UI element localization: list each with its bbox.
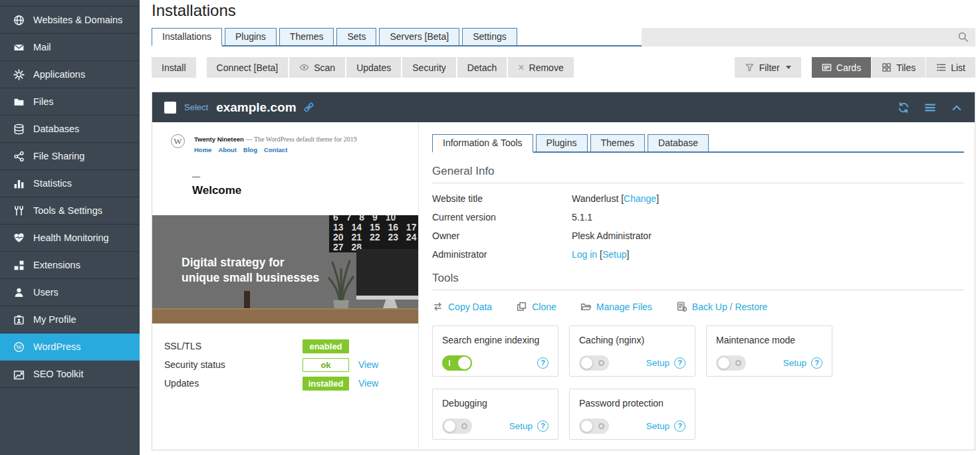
sidebar-item-health-monitoring[interactable]: Health Monitoring (0, 225, 140, 252)
sidebar-item-applications[interactable]: Applications (0, 61, 140, 88)
view-link[interactable]: View (358, 359, 378, 370)
view-list-button[interactable]: List (926, 57, 975, 78)
sidebar-item-files[interactable]: Files (0, 88, 140, 116)
bar-chart-icon (13, 178, 25, 189)
globe-icon (13, 15, 25, 26)
connect-beta-button[interactable]: Connect [Beta] (207, 57, 289, 78)
search-input[interactable] (642, 28, 975, 46)
tab-servers-beta[interactable]: Servers [Beta] (379, 28, 459, 45)
remove-button[interactable]: ×Remove (508, 57, 573, 78)
page-title: Installations (152, 0, 975, 28)
caching-setup-link[interactable]: Setup (646, 358, 670, 368)
maintenance-setup-link[interactable]: Setup (783, 358, 806, 368)
refresh-icon[interactable] (898, 102, 910, 114)
folder-icon (13, 96, 25, 108)
tiles-view-icon (882, 62, 892, 72)
password-protection-toggle[interactable] (579, 418, 609, 434)
filter-label: Filter (759, 62, 780, 73)
scan-button[interactable]: Scan (289, 57, 345, 78)
status-row-ssl: SSL/TLS enabled (164, 337, 406, 355)
setup-link[interactable]: Setup (602, 249, 627, 260)
tab-themes[interactable]: Themes (279, 28, 334, 45)
search-engine-indexing-toggle[interactable] (442, 355, 472, 371)
sidebar-item-tools-settings[interactable]: Tools & Settings (0, 197, 140, 225)
share-icon (13, 151, 25, 162)
sidebar-item-websites-domains[interactable]: Websites & Domains (0, 7, 140, 34)
select-label[interactable]: Select (184, 102, 208, 112)
install-button[interactable]: Install (152, 57, 196, 78)
help-icon[interactable]: ? (674, 420, 685, 432)
info-value: Plesk Administrator (572, 230, 652, 241)
open-site-link[interactable] (303, 102, 314, 113)
view-link[interactable]: View (358, 378, 378, 389)
tab-plugins[interactable]: Plugins (225, 28, 277, 45)
sidebar-item-extensions[interactable]: Extensions (0, 252, 140, 279)
sidebar-item-file-sharing[interactable]: File Sharing (0, 143, 140, 170)
sidebar-item-wordpress[interactable]: WordPress (0, 333, 140, 361)
sidebar-item-users[interactable]: Users (0, 279, 140, 306)
menu-icon[interactable] (924, 102, 936, 114)
sidebar-item-label: Websites & Domains (33, 15, 122, 25)
feature-title: Maintenance mode (716, 335, 822, 345)
updates-button[interactable]: Updates (346, 57, 401, 78)
tiles-label: Tiles (896, 62, 916, 73)
clone-link[interactable]: Clone (516, 301, 556, 312)
tab-settings[interactable]: Settings (462, 28, 517, 45)
tab-information-tools[interactable]: Information & Tools (432, 134, 533, 153)
tab-card-database[interactable]: Database (648, 134, 709, 151)
collapse-icon[interactable] (951, 102, 963, 114)
search-icon[interactable] (957, 31, 969, 43)
info-row-website-title: Website title Wanderlust [Change] (432, 193, 964, 204)
sidebar-item-label: Statistics (33, 178, 72, 189)
tab-card-themes[interactable]: Themes (590, 134, 646, 151)
password-setup-link[interactable]: Setup (646, 421, 670, 431)
site-screenshot-header[interactable]: W Twenty Nineteen — The WordPress defaul… (152, 122, 418, 215)
copy-data-link[interactable]: Copy Data (432, 301, 492, 312)
sidebar-item-label: Databases (33, 124, 79, 134)
help-icon[interactable]: ? (674, 357, 685, 369)
status-row-security: Security status ok View (164, 355, 406, 374)
gear-icon (13, 69, 25, 80)
site-hero-image: 6 7 8 9 10 13 14 15 16 17 20 21 22 23 24… (152, 215, 418, 323)
preview-nav-about: About (218, 146, 236, 153)
sidebar-item-seo-toolkit[interactable]: SEO Toolkit (0, 361, 140, 388)
manage-files-link[interactable]: Manage Files (580, 301, 652, 312)
caching-toggle[interactable] (579, 355, 609, 371)
seo-chart-icon (13, 369, 25, 380)
detach-button[interactable]: Detach (457, 57, 507, 78)
sidebar-item-my-profile[interactable]: My Profile (0, 306, 140, 333)
help-icon[interactable]: ? (537, 357, 549, 369)
sidebar-item-label: Users (33, 287, 59, 298)
filter-button[interactable]: Filter (735, 57, 801, 78)
help-icon[interactable]: ? (811, 357, 822, 369)
feature-cards: Search engine indexing ? Caching (nginx)… (432, 325, 964, 452)
debugging-toggle[interactable] (442, 418, 472, 434)
sidebar-item-mail[interactable]: Mail (0, 34, 140, 61)
feature-title: Search engine indexing (442, 335, 549, 345)
tab-sets[interactable]: Sets (336, 28, 376, 45)
view-tiles-button[interactable]: Tiles (872, 57, 925, 78)
card-header: Select example.com (152, 92, 975, 122)
sidebar-item-statistics[interactable]: Statistics (0, 170, 140, 197)
tools-heading: Tools (432, 272, 964, 290)
log-in-link[interactable]: Log in (572, 249, 597, 260)
domain-name: example.com (216, 100, 296, 115)
debugging-setup-link[interactable]: Setup (509, 421, 533, 431)
tab-installations[interactable]: Installations (152, 28, 222, 46)
maintenance-mode-toggle[interactable] (716, 355, 746, 371)
info-value: 5.1.1 (572, 212, 592, 223)
change-link[interactable]: Change (624, 193, 656, 204)
view-cards-button[interactable]: Cards (812, 57, 871, 78)
select-checkbox[interactable] (164, 102, 176, 114)
sidebar-item-label: Tools & Settings (33, 205, 102, 216)
hero-text: Digital strategy for unique small busine… (182, 255, 319, 286)
feature-title: Caching (nginx) (579, 335, 685, 345)
preview-nav-blog: Blog (243, 146, 257, 153)
info-value: Wanderlust [Change] (572, 193, 659, 204)
tab-card-plugins[interactable]: Plugins (536, 134, 588, 151)
backup-restore-link[interactable]: Back Up / Restore (676, 301, 768, 312)
sidebar-item-databases[interactable]: Databases (0, 116, 140, 143)
sidebar-item-label: Applications (33, 69, 85, 80)
security-button[interactable]: Security (402, 57, 456, 78)
help-icon[interactable]: ? (537, 420, 549, 432)
